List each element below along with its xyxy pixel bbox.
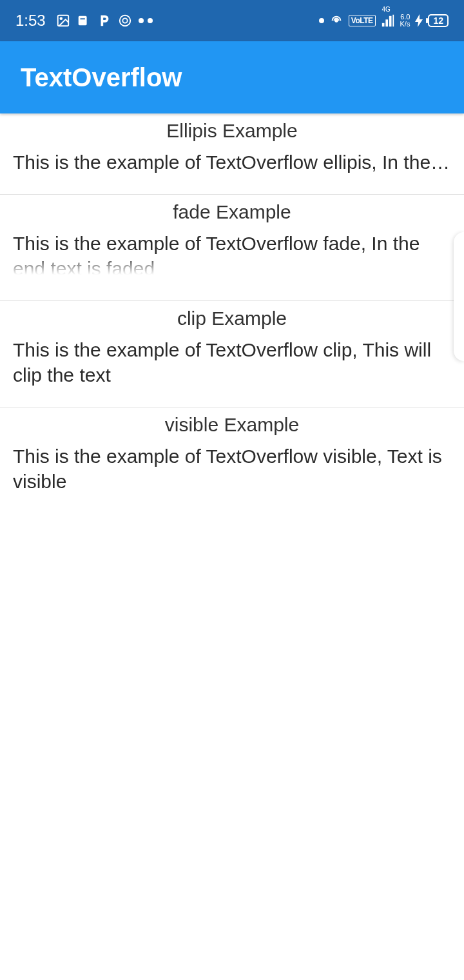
status-right: VoLTE 4G 6.0 K/s 12 — [319, 14, 449, 28]
section-title: fade Example — [0, 195, 464, 227]
network-type-label: 4G — [382, 6, 391, 13]
section-ellipsis: Ellipis Example This is the example of T… — [0, 113, 464, 195]
status-time: 1:53 — [15, 12, 46, 30]
app-title: TextOverflow — [21, 63, 182, 92]
svg-point-1 — [60, 17, 62, 19]
visible-text: This is the example of TextOverflow visi… — [13, 444, 451, 494]
section-visible: visible Example This is the example of T… — [0, 407, 464, 513]
edge-panel-handle[interactable] — [454, 232, 464, 361]
svg-rect-3 — [80, 18, 84, 19]
section-body: This is the example of TextOverflow clip… — [0, 333, 464, 407]
section-body: This is the example of TextOverflow fade… — [0, 227, 464, 300]
app-bar: TextOverflow — [0, 41, 464, 113]
network-speed: 6.0 K/s — [400, 14, 411, 28]
signal-icon: 4G — [381, 14, 395, 28]
fade-text: This is the example of TextOverflow fade… — [13, 231, 451, 275]
content-area: Ellipis Example This is the example of T… — [0, 113, 464, 513]
svg-point-4 — [119, 15, 130, 26]
section-title: Ellipis Example — [0, 113, 464, 146]
parking-icon — [97, 14, 111, 28]
section-title: visible Example — [0, 407, 464, 440]
image-icon — [56, 14, 70, 28]
presentation-icon — [77, 14, 91, 28]
more-icon — [139, 18, 153, 23]
section-clip: clip Example This is the example of Text… — [0, 301, 464, 407]
section-body: This is the example of TextOverflow elli… — [0, 146, 464, 194]
battery-indicator: 12 — [428, 14, 449, 27]
section-title: clip Example — [0, 301, 464, 333]
notification-dot-icon — [319, 18, 324, 23]
ellipsis-text: This is the example of TextOverflow elli… — [13, 150, 451, 175]
status-left: 1:53 — [15, 12, 153, 30]
section-fade: fade Example This is the example of Text… — [0, 195, 464, 301]
hotspot-icon — [329, 14, 343, 28]
charging-icon — [415, 14, 423, 27]
section-body: This is the example of TextOverflow visi… — [0, 440, 464, 513]
target-icon — [118, 14, 132, 28]
clip-text: This is the example of TextOverflow clip… — [13, 337, 451, 387]
svg-point-5 — [122, 18, 127, 23]
svg-point-6 — [335, 19, 338, 22]
svg-rect-2 — [78, 16, 86, 26]
status-bar: 1:53 VoLTE 4G 6.0 K/s — [0, 0, 464, 41]
volte-indicator: VoLTE — [349, 15, 376, 26]
